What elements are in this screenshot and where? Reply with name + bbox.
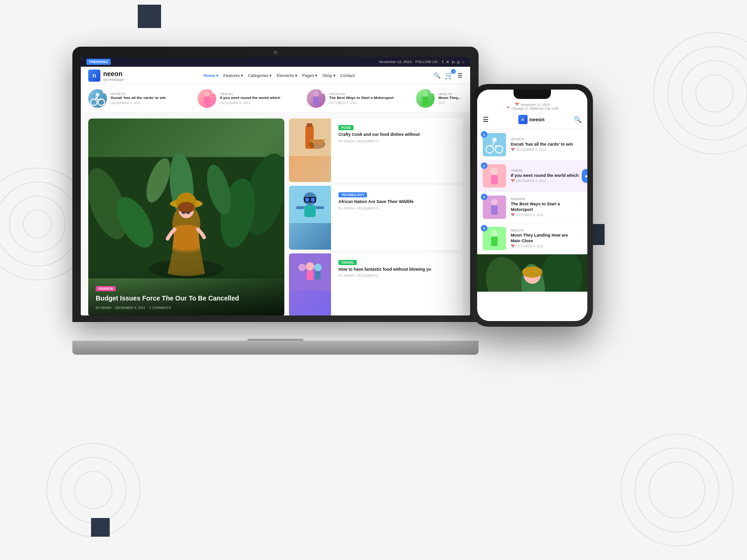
laptop-screen: TRENDING November 12, 2023 FOLLOW US: f … bbox=[81, 57, 470, 315]
thumb-num-2: 2 bbox=[211, 89, 216, 94]
logo-text: neeon bbox=[103, 70, 122, 77]
svg-point-24 bbox=[313, 91, 319, 97]
svg-rect-46 bbox=[307, 123, 312, 127]
side-title-travel: How to have fantastic food without blowi… bbox=[338, 267, 459, 273]
svg-rect-25 bbox=[313, 97, 319, 105]
phone-logo: n neeon bbox=[518, 115, 544, 124]
trending-thumb-4: 4 bbox=[416, 89, 435, 108]
menu-icon[interactable]: ☰ bbox=[458, 72, 463, 79]
phone-article-title-1: Ducati 'has all the cards' to win bbox=[511, 142, 576, 147]
laptop-body: TRENDING November 12, 2023 FOLLOW US: f … bbox=[72, 47, 479, 322]
trending-item-3[interactable]: 3 FASHION The Best Ways to Start a Motor… bbox=[307, 89, 410, 108]
trending-date-4: OCT... bbox=[438, 101, 463, 105]
svg-point-2 bbox=[9, 196, 65, 252]
phone-article-arrow-1: › bbox=[580, 142, 582, 147]
svg-rect-51 bbox=[305, 198, 309, 202]
trending-item-4[interactable]: 4 HEALTH Moon They... OCT... bbox=[416, 89, 463, 108]
phone-menu-icon[interactable]: ☰ bbox=[483, 116, 489, 123]
logo-icon: n bbox=[88, 70, 100, 82]
svg-point-57 bbox=[298, 264, 306, 271]
travel-badge: TRAVEL bbox=[338, 260, 357, 265]
screen-topbar: TRENDING November 12, 2023 FOLLOW US: f … bbox=[81, 57, 470, 67]
follow-label: FOLLOW US: bbox=[416, 60, 438, 64]
nav-features[interactable]: Features ▾ bbox=[223, 73, 243, 78]
side-thumb-travel bbox=[289, 253, 331, 315]
phone-toggle[interactable]: ◀ bbox=[582, 169, 587, 183]
phone-body: 📅 November 12, 2023 📍 Chicago 12, Melbor… bbox=[472, 84, 593, 327]
nav-contact[interactable]: Contact bbox=[340, 73, 355, 78]
side-title-tech: African Nation Are Save Their Wildlife bbox=[338, 199, 459, 205]
nav-shop[interactable]: Shop ▾ bbox=[322, 73, 336, 78]
svg-point-5 bbox=[668, 47, 747, 140]
phone-article-cat-1: SPORTS bbox=[511, 138, 576, 141]
trending-title-3: The Best Ways to Start a Motorsport bbox=[329, 96, 410, 100]
laptop-mockup: TRENDING November 12, 2023 FOLLOW US: f … bbox=[72, 47, 479, 355]
phone-article-date-1: 📅 DECEMBER 9, 2021 bbox=[511, 148, 576, 152]
phone-notch bbox=[514, 90, 551, 99]
svg-point-8 bbox=[621, 434, 733, 546]
phone-article-2[interactable]: 2 TRAVEL If you went round the world whi… bbox=[477, 161, 587, 192]
phone-thumb-4: 4 bbox=[483, 227, 506, 250]
screen-nav: n neeon wp-newspaper Home ▾ Features ▾ C… bbox=[81, 67, 470, 84]
featured-article[interactable]: FASHION Budget Issues Force The Our To B… bbox=[88, 119, 284, 315]
nav-icons: 🔍 🛒 1 ☰ bbox=[434, 71, 463, 80]
side-content-tech: TECHNOLOGY African Nation Are Save Their… bbox=[335, 186, 463, 249]
linkedin-icon: in bbox=[452, 60, 455, 64]
trending-cat-1: SPORTS bbox=[111, 92, 192, 96]
svg-point-61 bbox=[314, 264, 322, 271]
trending-info-4: HEALTH Moon They... OCT... bbox=[438, 92, 463, 105]
svg-rect-42 bbox=[182, 212, 185, 214]
svg-rect-62 bbox=[315, 271, 321, 280]
trending-cat-4: HEALTH bbox=[438, 92, 463, 96]
svg-point-66 bbox=[492, 138, 497, 142]
nav-categories[interactable]: Categories ▾ bbox=[248, 73, 272, 78]
svg-point-16 bbox=[96, 93, 99, 97]
side-content-food: FOOD Crafty Cook and our food dishes wit… bbox=[335, 119, 463, 182]
search-nav-icon[interactable]: 🔍 bbox=[434, 72, 441, 79]
svg-point-14 bbox=[91, 99, 97, 105]
featured-author: BY ADMIN bbox=[96, 306, 111, 309]
cart-icon[interactable]: 🛒 1 bbox=[444, 71, 454, 80]
side-article-food[interactable]: FOOD Crafty Cook and our food dishes wit… bbox=[289, 119, 463, 182]
svg-point-12 bbox=[61, 457, 126, 523]
side-article-travel[interactable]: TRAVEL How to have fantastic food withou… bbox=[289, 253, 463, 315]
phone-article-cat-3: FASHION bbox=[511, 197, 576, 201]
trending-cat-2: TRAVEL bbox=[220, 92, 301, 96]
svg-point-73 bbox=[491, 199, 498, 205]
svg-rect-71 bbox=[491, 175, 498, 184]
trending-title-4: Moon They... bbox=[438, 96, 463, 100]
calendar-icon: 📅 bbox=[515, 103, 519, 106]
facebook-icon: f bbox=[442, 60, 444, 64]
phone-article-date-2: 📅 DECEMBER 9, 2021 bbox=[511, 179, 582, 183]
phone-nav: ☰ n neeon 🔍 bbox=[483, 113, 582, 126]
side-article-tech[interactable]: TECHNOLOGY African Nation Are Save Their… bbox=[289, 186, 463, 249]
trending-cat-3: FASHION bbox=[329, 92, 410, 96]
phone-search-icon[interactable]: 🔍 bbox=[574, 116, 582, 123]
phone-thumb-num-4: 4 bbox=[481, 225, 487, 231]
trending-badge: TRENDING bbox=[86, 59, 111, 65]
twitter-icon: ✕ bbox=[446, 60, 450, 64]
social-icons: f ✕ in p ○ bbox=[442, 60, 465, 64]
svg-rect-52 bbox=[311, 198, 315, 202]
svg-rect-53 bbox=[304, 205, 316, 217]
thumb-num-3: 3 bbox=[321, 89, 325, 94]
svg-point-9 bbox=[635, 448, 719, 532]
laptop-base bbox=[72, 341, 479, 355]
search-icon-top: ○ bbox=[462, 60, 465, 64]
phone-article-4[interactable]: 4 HEALTH Moon They Landing How are Main … bbox=[477, 223, 587, 254]
nav-elements[interactable]: Elements ▾ bbox=[276, 73, 297, 78]
phone-article-3[interactable]: 3 FASHION The Best Ways to Start a Motor… bbox=[477, 192, 587, 223]
side-meta-travel: BY ADMIN • DECEMBER 9 bbox=[338, 274, 459, 277]
phone-article-date-4: 📅 OCTOBER 4, 2021 bbox=[511, 245, 576, 248]
phone-article-1[interactable]: 1 SPORTS Ducati 'has all the cards' to bbox=[477, 129, 587, 161]
trending-item-2[interactable]: 2 TRAVEL If you went round the world whi… bbox=[197, 89, 301, 108]
logo-text-wrap: neeon wp-newspaper bbox=[103, 70, 125, 81]
trending-item-1[interactable]: 1 SPORTS Ducati 'has all the cards' to bbox=[88, 89, 192, 108]
phone-article-title-3: The Best Ways to Start a Motorsport bbox=[511, 202, 576, 212]
nav-pages[interactable]: Pages ▾ bbox=[302, 73, 317, 78]
nav-home[interactable]: Home ▾ bbox=[204, 73, 219, 78]
phone-thumb-3: 3 bbox=[483, 196, 506, 219]
trending-thumb-2: 2 bbox=[197, 89, 216, 108]
topbar-date: November 12, 2023 bbox=[379, 60, 411, 64]
phone-thumb-num-1: 1 bbox=[481, 131, 487, 138]
